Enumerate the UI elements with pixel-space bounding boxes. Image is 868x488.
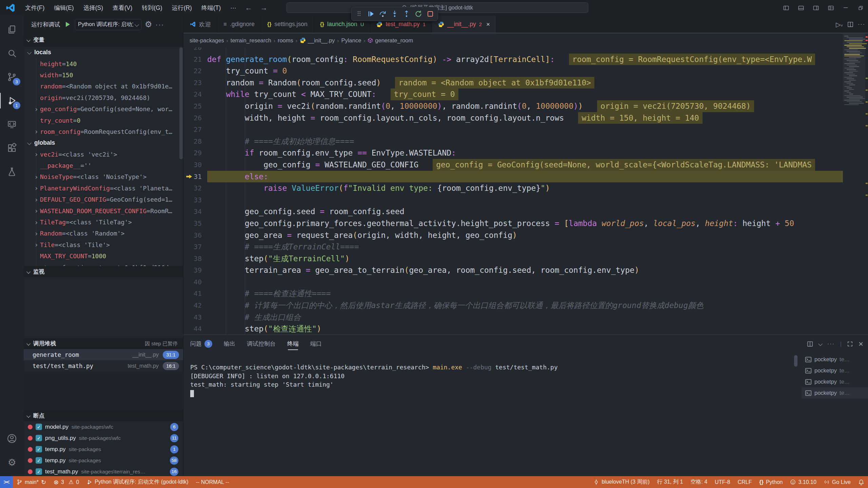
- panel-tab-输出[interactable]: 输出: [224, 335, 235, 353]
- status-language[interactable]: {}Python: [755, 476, 786, 488]
- gutter[interactable]: 37: [183, 241, 207, 253]
- code-line-27[interactable]: 27: [183, 124, 843, 136]
- gutter[interactable]: 43: [183, 311, 207, 323]
- activity-item-explorer[interactable]: [0, 18, 24, 41]
- breakpoint-checkbox[interactable]: ✓: [36, 468, 42, 475]
- menu-selection[interactable]: 选择(S): [79, 0, 108, 16]
- terminal-list-item[interactable]: pocketpyte…: [802, 387, 868, 399]
- gutter[interactable]: 23: [183, 77, 207, 89]
- panel-tab-调试控制台[interactable]: 调试控制台: [247, 335, 276, 353]
- call-stack-frame[interactable]: generate_room__init__.py31:1: [24, 349, 183, 360]
- activity-item-search[interactable]: [0, 41, 24, 65]
- gutter[interactable]: 34: [183, 206, 207, 218]
- gutter[interactable]: 22: [183, 65, 207, 77]
- layout-panel-icon[interactable]: [793, 0, 808, 16]
- status-indentation[interactable]: 空格: 4: [687, 476, 711, 488]
- activity-item-extensions[interactable]: [0, 136, 24, 160]
- tab-__init__-py[interactable]: __init__.py2×: [432, 16, 496, 33]
- variable-row-step[interactable]: step = <function step at 0x1bf9cd216d: [24, 262, 183, 266]
- panel-tab-端口[interactable]: 端口: [310, 335, 322, 353]
- variables-group-locals[interactable]: locals: [24, 47, 183, 58]
- remote-indicator[interactable]: ><: [0, 476, 13, 488]
- layout-customize-icon[interactable]: [823, 0, 838, 16]
- variable-row-MAX_TRY_COUNT[interactable]: MAX_TRY_COUNT = 1000: [24, 250, 183, 262]
- call-stack-frame[interactable]: test/test_math.pytest_math.py16:1: [24, 360, 183, 371]
- gutter[interactable]: 26: [183, 112, 207, 124]
- section-header-watch[interactable]: 监视: [24, 266, 183, 277]
- chevron-down-icon[interactable]: [818, 342, 823, 346]
- tab-settings-json[interactable]: {}settings.json: [261, 16, 314, 33]
- variable-row-Tile[interactable]: ›Tile = <class 'Tile'>: [24, 239, 183, 250]
- code-line-41[interactable]: 41 # ====检查连通性====: [183, 288, 843, 300]
- layout-sidebar-left-icon[interactable]: [778, 0, 793, 16]
- code-line-25[interactable]: 25 origin = vec2i(random.randint(0, 1000…: [183, 100, 843, 112]
- gutter[interactable]: 20: [183, 47, 207, 54]
- code-line-38[interactable]: 38 step("生成TerrainCell"): [183, 253, 843, 265]
- code-line-39[interactable]: 39 terrain_area = geo_area_to_terrain(ge…: [183, 264, 843, 276]
- close-icon[interactable]: ×: [486, 21, 490, 28]
- breadcrumb-item[interactable]: site-packages: [190, 37, 224, 44]
- start-debug-button[interactable]: [63, 20, 72, 28]
- split-editor-button[interactable]: [847, 21, 854, 28]
- status-notifications[interactable]: [854, 476, 868, 488]
- code-line-21[interactable]: 21def generate_room(room_config: RoomReq…: [183, 54, 843, 65]
- restart-button[interactable]: [413, 8, 424, 19]
- code-line-22[interactable]: 22 try_count = 0: [183, 65, 843, 77]
- code-editor[interactable]: 2021def generate_room(room_config: RoomR…: [183, 47, 868, 334]
- terminal-list-item[interactable]: pocketpyte…: [802, 376, 868, 387]
- step-into-button[interactable]: [389, 8, 400, 19]
- variable-row-vec2i[interactable]: ›vec2i = <class 'vec2i'>: [24, 149, 183, 160]
- menu-file[interactable]: 文件(F): [20, 0, 49, 16]
- status-interpreter[interactable]: 3.10.10: [786, 476, 820, 488]
- more-actions-icon[interactable]: ···: [827, 341, 835, 347]
- breakpoint-row[interactable]: ✓test_math.pysite-packages\terrain_res…1…: [24, 466, 183, 476]
- status-vim-mode[interactable]: -- NORMAL --: [192, 476, 233, 488]
- gutter[interactable]: 30: [183, 159, 207, 171]
- variable-row-DEFAULT_GEO_CONFIG[interactable]: ›DEFAULT_GEO_CONFIG = GeoConfig(seed=1…: [24, 194, 183, 205]
- breadcrumb-item[interactable]: generate_room: [368, 37, 413, 44]
- close-panel-icon[interactable]: ×: [859, 339, 863, 349]
- gutter[interactable]: 28: [183, 136, 207, 147]
- variable-row-PlanetaryWindConfig[interactable]: ›PlanetaryWindConfig = <class 'Planeta…: [24, 183, 183, 194]
- code-line-33[interactable]: 33: [183, 194, 843, 206]
- terminal-output[interactable]: PS C:\computer_science\godot-ldtk\site-p…: [190, 363, 790, 397]
- gutter[interactable]: 42: [183, 300, 207, 311]
- tab--gdignore[interactable]: ≡.gdignore: [217, 16, 261, 33]
- code-line-43[interactable]: 43 # 生成出口组合: [183, 311, 843, 323]
- drag-handle-button[interactable]: ⠿: [354, 8, 364, 19]
- gutter[interactable]: 27: [183, 124, 207, 136]
- variable-row-NoiseType[interactable]: ›NoiseType = <class 'NoiseType'>: [24, 171, 183, 182]
- gutter[interactable]: 31: [183, 171, 207, 183]
- code-line-32[interactable]: 32 raise ValueError(f"Invalid env type: …: [183, 182, 843, 194]
- variable-row-width[interactable]: width = 150: [24, 69, 183, 81]
- code-line-28[interactable]: 28 # ====生成初始地理信息====: [183, 136, 843, 147]
- panel-tab-问题[interactable]: 问题3: [190, 335, 212, 353]
- step-over-button[interactable]: [377, 8, 388, 19]
- gutter[interactable]: 36: [183, 229, 207, 241]
- variable-row-Random[interactable]: ›Random = <class 'Random'>: [24, 228, 183, 239]
- status-go-live[interactable]: Go Live: [820, 476, 854, 488]
- breadcrumb-item[interactable]: terrain_research: [231, 37, 271, 44]
- variable-row-try_count[interactable]: try_count = 0: [24, 115, 183, 126]
- code-line-31[interactable]: 31 else:: [183, 171, 843, 183]
- breadcrumb-item[interactable]: rooms: [278, 37, 293, 44]
- continue-button[interactable]: [366, 8, 376, 19]
- stop-button[interactable]: [425, 8, 436, 19]
- status-debug-config[interactable]: Python 调试程序: 启动文件 (godot-ldtk): [83, 476, 192, 488]
- step-out-button[interactable]: [401, 8, 412, 19]
- activity-item-testing[interactable]: [0, 160, 24, 184]
- status-branch[interactable]: main*↻: [13, 476, 50, 488]
- section-header-breakpoints[interactable]: 断点: [24, 410, 183, 421]
- terminal-split-icon[interactable]: [807, 341, 813, 347]
- breakpoint-checkbox[interactable]: ✓: [36, 424, 42, 430]
- status-problems[interactable]: ⊗3⚠0: [50, 476, 83, 488]
- breadcrumb-item[interactable]: Pylance: [341, 37, 361, 44]
- code-line-29[interactable]: 29 if room_config.env_type == EnvType.WA…: [183, 147, 843, 159]
- gear-icon[interactable]: ⚙: [145, 20, 152, 29]
- code-line-34[interactable]: 34 geo_config.seed = room_config.seed: [183, 206, 843, 218]
- menu-run[interactable]: 运行(R): [167, 0, 197, 16]
- variable-row-random[interactable]: random = <Random object at 0x1bf9d01e…: [24, 81, 183, 92]
- code-line-44[interactable]: 44 step("检查连通性"): [183, 323, 843, 334]
- nav-forward-icon[interactable]: →: [256, 4, 272, 12]
- status-cursor-position[interactable]: 行 31, 列 1: [653, 476, 687, 488]
